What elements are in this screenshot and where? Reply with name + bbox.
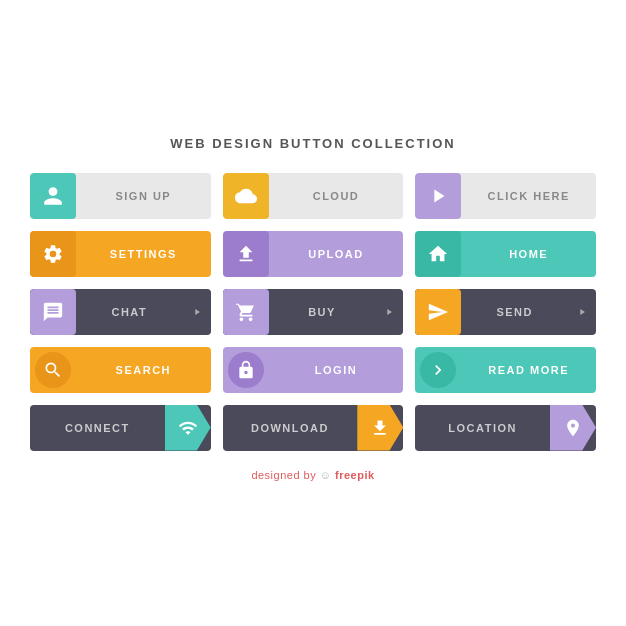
send-arrow	[568, 289, 596, 335]
upload-label: UPLOAD	[269, 231, 404, 277]
download-button[interactable]: DOWNLOAD	[223, 405, 404, 451]
login-button[interactable]: LOGIN	[223, 347, 404, 393]
footer: designed by ☺ freepik	[30, 469, 596, 481]
search-label: SEARCH	[76, 347, 211, 393]
cloud-label: CLOUD	[269, 173, 404, 219]
clickhere-button[interactable]: CLICK HERE	[415, 173, 596, 219]
footer-text: designed by	[251, 469, 316, 481]
lock-icon	[228, 352, 264, 388]
buy-arrow	[375, 289, 403, 335]
upload-button[interactable]: UPLOAD	[223, 231, 404, 277]
clickhere-label: CLICK HERE	[461, 173, 596, 219]
page-title: WEB DESIGN BUTTON COLLECTION	[30, 136, 596, 151]
download-label: DOWNLOAD	[223, 405, 358, 451]
signup-button[interactable]: SIGN UP	[30, 173, 211, 219]
search-button[interactable]: SEARCH	[30, 347, 211, 393]
search-icon	[35, 352, 71, 388]
settings-icon	[30, 231, 76, 277]
location-button[interactable]: LOCATION	[415, 405, 596, 451]
readmore-button[interactable]: READ MORE	[415, 347, 596, 393]
settings-label: SETTINGS	[76, 231, 211, 277]
signup-label: SIGN UP	[76, 173, 211, 219]
send-button[interactable]: SEND	[415, 289, 596, 335]
readmore-icon	[420, 352, 456, 388]
connect-button[interactable]: CONNECT	[30, 405, 211, 451]
connect-arrow-tab	[165, 405, 211, 451]
home-label: HOME	[461, 231, 596, 277]
login-label: LOGIN	[269, 347, 404, 393]
upload-icon	[223, 231, 269, 277]
send-icon	[415, 289, 461, 335]
cloud-icon	[223, 173, 269, 219]
button-grid: SIGN UP CLOUD CLICK HERE SETTINGS U	[30, 173, 596, 451]
cloud-button[interactable]: CLOUD	[223, 173, 404, 219]
chat-button[interactable]: CHAT	[30, 289, 211, 335]
settings-button[interactable]: SETTINGS	[30, 231, 211, 277]
buy-button[interactable]: BUY	[223, 289, 404, 335]
signup-icon	[30, 173, 76, 219]
cart-icon	[223, 289, 269, 335]
location-arrow-tab	[550, 405, 596, 451]
play-icon	[415, 173, 461, 219]
home-icon	[415, 231, 461, 277]
footer-brand: freepik	[335, 469, 375, 481]
chat-label: CHAT	[76, 289, 183, 335]
buy-label: BUY	[269, 289, 376, 335]
chat-icon	[30, 289, 76, 335]
location-label: LOCATION	[415, 405, 550, 451]
readmore-label: READ MORE	[461, 347, 596, 393]
chat-arrow	[183, 289, 211, 335]
connect-label: CONNECT	[30, 405, 165, 451]
download-arrow-tab	[357, 405, 403, 451]
home-button[interactable]: HOME	[415, 231, 596, 277]
send-label: SEND	[461, 289, 568, 335]
